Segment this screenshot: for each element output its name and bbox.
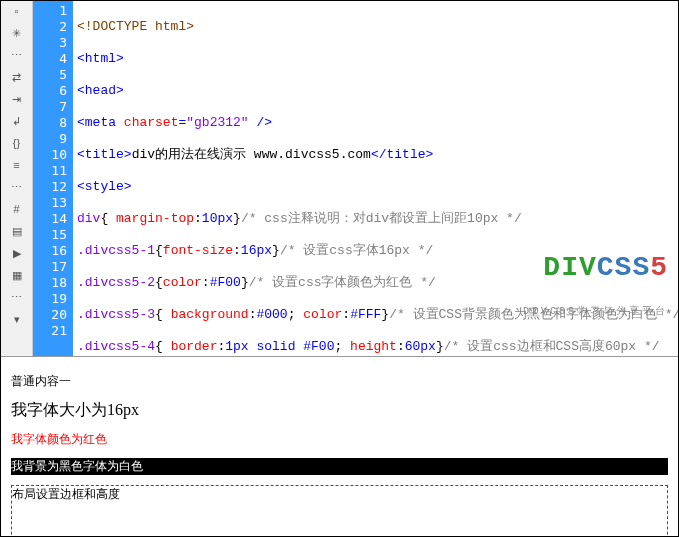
line-num: 2 (33, 19, 67, 35)
preview-pane: 普通内容一 我字体大小为16px 我字体颜色为红色 我背景为黑色字体为白色 布局… (1, 357, 678, 536)
gear-icon[interactable]: ✳ (9, 25, 25, 41)
line-num: 9 (33, 131, 67, 147)
line-num: 17 (33, 259, 67, 275)
hash-icon[interactable]: # (9, 201, 25, 217)
preview-div-1: 普通内容一 (11, 373, 668, 390)
preview-div-4: 我背景为黑色字体为白色 (11, 458, 668, 475)
divcss5-logo: DIVCSS5 DIVCSS学习与分享平台 (523, 228, 668, 352)
brackets-icon[interactable]: {} (9, 135, 25, 151)
sep-icon: ⋯ (9, 289, 25, 305)
down-icon[interactable]: ▾ (9, 311, 25, 327)
line-num: 1 (33, 3, 67, 19)
line-num: 13 (33, 195, 67, 211)
line-num: 5 (33, 67, 67, 83)
preview-div-3: 我字体颜色为红色 (11, 431, 668, 448)
code-editor[interactable]: <!DOCTYPE html> <html> <head> <meta char… (73, 1, 678, 356)
line-num: 10 (33, 147, 67, 163)
line-num: 19 (33, 291, 67, 307)
preview-div-2: 我字体大小为16px (11, 400, 668, 421)
line-num: 14 (33, 211, 67, 227)
sep-icon: ⋯ (9, 47, 25, 63)
editor-toolbar: ▫ ✳ ⋯ ⇄ ⇥ ↲ {} ≡ ⋯ # ▤ ▶ ▦ ⋯ ▾ (1, 1, 33, 356)
editor-area: ▫ ✳ ⋯ ⇄ ⇥ ↲ {} ≡ ⋯ # ▤ ▶ ▦ ⋯ ▾ 1 2 3 4 5… (1, 1, 678, 357)
wrap-icon[interactable]: ↲ (9, 113, 25, 129)
line-num: 11 (33, 163, 67, 179)
swap-icon[interactable]: ⇄ (9, 69, 25, 85)
line-num: 12 (33, 179, 67, 195)
doc-icon[interactable]: ▤ (9, 223, 25, 239)
run-icon[interactable]: ▶ (9, 245, 25, 261)
new-file-icon[interactable]: ▫ (9, 3, 25, 19)
line-num: 7 (33, 99, 67, 115)
line-num: 18 (33, 275, 67, 291)
line-num: 20 (33, 307, 67, 323)
line-num: 8 (33, 115, 67, 131)
list-icon[interactable]: ≡ (9, 157, 25, 173)
line-num: 15 (33, 227, 67, 243)
sep-icon: ⋯ (9, 179, 25, 195)
indent-icon[interactable]: ⇥ (9, 91, 25, 107)
layout-icon[interactable]: ▦ (9, 267, 25, 283)
logo-tagline: DIVCSS学习与分享平台 (523, 304, 668, 320)
line-num: 4 (33, 51, 67, 67)
preview-div-5: 布局设置边框和高度 (11, 485, 668, 536)
line-num: 21 (33, 323, 67, 339)
line-gutter: 1 2 3 4 5 6 7 8 9 10 11 12 13 14 15 16 1… (33, 1, 73, 356)
line-num: 16 (33, 243, 67, 259)
line-num: 6 (33, 83, 67, 99)
line-num: 3 (33, 35, 67, 51)
